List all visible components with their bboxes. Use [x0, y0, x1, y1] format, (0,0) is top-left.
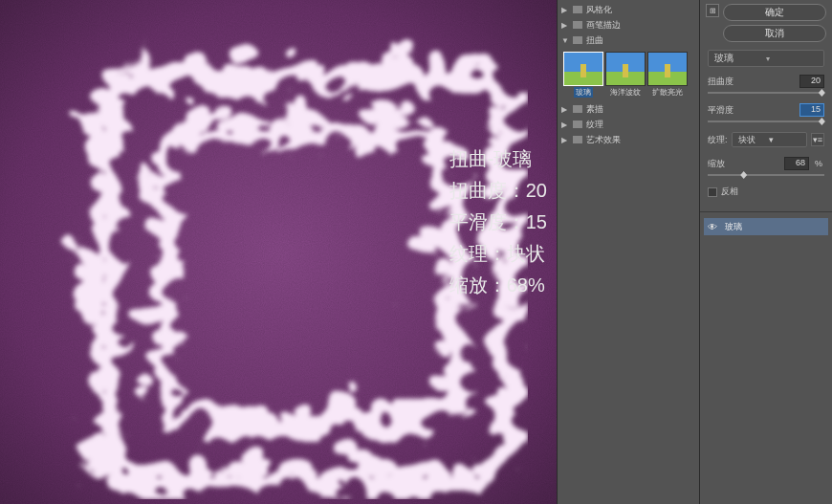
effect-layers: 👁 玻璃 [700, 212, 832, 504]
collapse-toggle[interactable]: ⊞ [706, 4, 719, 17]
scale-input[interactable]: 68 [784, 157, 809, 170]
filter-category-tree: ▶ 风格化 ▶ 画笔描边 ▼ 扭曲 玻璃 海洋波纹 扩散亮光 ▶ 素描 ▶ 纹理 [557, 0, 700, 504]
smoothness-label: 平滑度 [708, 104, 794, 117]
distort-thumbnails: 玻璃 海洋波纹 扩散亮光 [558, 48, 699, 101]
scale-label: 缩放 [708, 158, 778, 170]
chevron-down-icon: ▾ [769, 135, 800, 144]
scale-unit: % [815, 159, 824, 168]
texture-label: 纹理: [708, 134, 728, 146]
folder-icon [573, 136, 582, 143]
thumb-ocean-image [605, 52, 646, 86]
visibility-icon[interactable]: 👁 [708, 222, 719, 232]
thumb-ocean[interactable]: 海洋波纹 [605, 52, 646, 98]
category-texture[interactable]: ▶ 纹理 [558, 117, 699, 132]
invert-checkbox[interactable] [708, 187, 717, 197]
category-stylize[interactable]: ▶ 风格化 [558, 2, 699, 17]
distortion-slider[interactable] [708, 92, 824, 94]
filter-name-dropdown[interactable]: 玻璃 ▾ [708, 50, 824, 67]
folder-icon [573, 21, 582, 29]
folder-icon [573, 105, 582, 113]
thumb-glass[interactable]: 玻璃 [563, 52, 603, 98]
thumb-diffuse[interactable]: 扩散亮光 [647, 52, 688, 98]
folder-icon [573, 121, 582, 128]
category-brush[interactable]: ▶ 画笔描边 [558, 17, 699, 33]
ok-button[interactable]: 确定 [723, 4, 826, 21]
chevron-down-icon: ▾ [766, 55, 818, 63]
texture-menu-button[interactable]: ▾≡ [811, 133, 824, 146]
chevron-right-icon: ▶ [561, 6, 569, 14]
scale-slider[interactable] [708, 174, 824, 176]
overlay-settings-text: 扭曲-玻璃 扭曲度：20 平滑度：15 纹理：块状 缩放：68% [449, 143, 547, 301]
thumb-diffuse-image [647, 52, 688, 86]
chevron-right-icon: ▶ [561, 136, 569, 144]
chevron-right-icon: ▶ [561, 105, 569, 114]
chevron-right-icon: ▶ [561, 21, 569, 30]
settings-panel: ⊞ 确定 取消 玻璃 ▾ 扭曲度 20 平滑度 15 纹理: 块状 ▾ ▾≡ [700, 0, 832, 504]
folder-icon [573, 6, 582, 13]
smoothness-input[interactable]: 15 [799, 103, 824, 117]
category-artistic[interactable]: ▶ 艺术效果 [558, 132, 699, 147]
thumb-glass-image [563, 52, 603, 86]
category-distort[interactable]: ▼ 扭曲 [558, 33, 699, 48]
texture-select[interactable]: 块状 ▾ [732, 132, 807, 147]
invert-label: 反相 [721, 186, 738, 198]
chevron-right-icon: ▶ [561, 121, 569, 129]
distortion-label: 扭曲度 [708, 76, 794, 88]
cancel-button[interactable]: 取消 [723, 25, 826, 42]
category-sketch[interactable]: ▶ 素描 [558, 101, 699, 117]
layer-glass[interactable]: 👁 玻璃 [704, 218, 828, 235]
canvas-preview: 扭曲-玻璃 扭曲度：20 平滑度：15 纹理：块状 缩放：68% [0, 0, 557, 504]
chevron-down-icon: ▼ [561, 36, 569, 45]
folder-icon [573, 36, 582, 44]
distortion-input[interactable]: 20 [799, 75, 824, 88]
smoothness-slider[interactable] [708, 121, 824, 122]
